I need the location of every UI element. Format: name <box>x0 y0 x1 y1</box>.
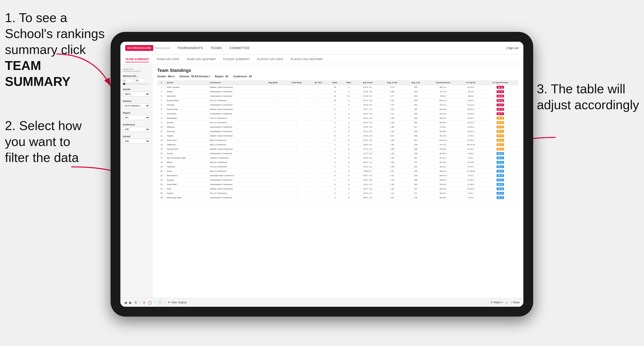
table-row: 10 Alabama Southeastern Conference - - -… <box>157 125 518 129</box>
cell-avg-low: 268 <box>405 129 427 134</box>
cell-rnds: 3 <box>328 173 342 178</box>
cell-school: North Carolina <box>166 85 209 90</box>
cell-rank: 16 <box>157 151 166 156</box>
table-row: 18 Illinois Big Ten Conference - - - 4 6… <box>157 160 518 165</box>
cell-conf-rank: - <box>284 107 309 112</box>
tab-player-h2h-grid[interactable]: PLAYER H2H GRID <box>257 56 283 62</box>
cell-avg-par: 1.30 <box>380 182 405 187</box>
cell-rank: 19 <box>157 165 166 169</box>
tab-team-h2h-heatmap[interactable]: TEAM H2H HEATMAP <box>186 56 216 62</box>
tab-player-summary[interactable]: PLAYER SUMMARY <box>223 56 250 62</box>
cell-rnds: 8 <box>328 134 342 138</box>
conference-label: Conference <box>123 123 150 126</box>
view-original-button[interactable]: 👁 View: Original <box>168 301 186 304</box>
cell-rank: 5 <box>157 103 166 107</box>
cell-overall: 109-24-2 <box>426 173 459 178</box>
tablet-screen: SCOREBOARD Powered by clippi TOURNAMENTS… <box>120 42 523 307</box>
cell-avg-par: 1.98 <box>380 121 405 125</box>
cell-conference: Big Ten Conference <box>209 160 262 165</box>
cell-adj-score: 276.9 -5.2 <box>356 143 380 147</box>
cell-conf-rank: - <box>284 195 309 200</box>
nav-teams[interactable]: TEAMS <box>210 45 222 51</box>
separator-2: | <box>154 300 155 305</box>
cell-rnds: 2 <box>328 138 342 143</box>
cell-no-tour: - <box>308 156 328 160</box>
cell-overall: 59-39-1 <box>426 178 459 182</box>
cell-no-tour: - <box>308 191 328 195</box>
conference-select[interactable]: (All) <box>123 127 150 132</box>
watch-button[interactable]: 👁 Watch ▾ <box>491 301 503 304</box>
min-rounds-slider[interactable] <box>123 84 150 85</box>
school-select[interactable]: (All) <box>123 139 150 144</box>
cell-adj-score: 279.5 -3.1 <box>356 191 380 195</box>
min-rounds-from[interactable] <box>123 78 134 83</box>
sign-out-button[interactable]: | Sign out <box>506 46 519 50</box>
division-select[interactable]: NCAA Division I <box>123 103 150 108</box>
filter-school: School (All) <box>123 135 150 144</box>
cell-avg-low: 269 <box>405 169 427 173</box>
share-button[interactable]: ↗ Share <box>510 301 520 304</box>
resize-icon[interactable]: ⤢ <box>505 301 508 305</box>
cell-adj-score: 277.9 -4.2 <box>356 147 380 151</box>
cell-conference: Southeastern Conference <box>209 90 262 94</box>
cell-wins: 6 <box>342 138 356 143</box>
cell-avg-par: 1.85 <box>380 138 405 143</box>
cell-avg-par: 2.88 <box>380 90 405 94</box>
table-row: 6 Florida State Atlantic Coast Conferenc… <box>157 107 518 112</box>
cell-rank: 23 <box>157 182 166 187</box>
cell-school: Arizona State <box>166 98 209 103</box>
cell-school: Florida State <box>166 107 209 112</box>
cell-vs25: 30-15-18 <box>460 143 482 147</box>
cell-school: Texas Tech <box>166 138 209 143</box>
cell-vs25: 15-32-0 <box>460 138 482 143</box>
table-row: 21 New Mexico Mountain West Conference -… <box>157 173 518 178</box>
region-select[interactable]: N/A <box>123 115 150 120</box>
cell-conference: Pac-12 Conference <box>209 165 262 169</box>
gender-select[interactable]: Men's <box>123 92 150 96</box>
col-vs50-points: Vs Top 50 Points <box>482 80 518 85</box>
cell-overall: 60-39-2 <box>426 195 459 200</box>
table-row: 23 Texas A&M Southeastern Conference - -… <box>157 182 518 187</box>
cell-school: Arkansas <box>166 129 209 134</box>
forward-icon[interactable]: ▶ <box>129 301 132 305</box>
tab-player-h2h-heatmap[interactable]: PLAYER H2H HEATMAP <box>291 56 323 62</box>
division-filter-display: Division: NCAA Division I <box>180 75 210 78</box>
cell-no-tour: - <box>308 107 328 112</box>
tab-team-h2h-grid[interactable]: TEAM H2H GRID <box>156 56 179 62</box>
nav-committee[interactable]: COMMITTEE <box>230 45 250 51</box>
cell-rnds: 2 <box>328 165 342 169</box>
update-time: Update time: 27/03/2024 16:56:26 <box>123 68 150 72</box>
cell-no-tour: - <box>308 143 328 147</box>
min-rounds-inputs <box>123 78 150 83</box>
cell-avg-low: 269 <box>405 182 427 187</box>
nav-tournaments[interactable]: TOURNAMENTS <box>177 45 203 51</box>
cell-points: 58.34 <box>482 138 518 143</box>
copy-icon[interactable]: ⎘ <box>143 301 145 305</box>
cell-avg-par: 1.85 <box>380 147 405 151</box>
cell-rnds: 3 <box>328 125 342 129</box>
cell-rank: 17 <box>157 156 166 160</box>
cell-wins: 6 <box>342 134 356 138</box>
cell-avg-low: 260 <box>405 165 427 169</box>
tab-team-summary[interactable]: TEAM SUMMARY <box>125 56 149 62</box>
main-content: Update time: 27/03/2024 16:56:26 Minimum… <box>120 64 523 298</box>
paste-icon[interactable]: 📋 <box>148 301 152 305</box>
cell-avg-par: 3.01 <box>380 134 405 138</box>
cell-wins: 8 <box>342 151 356 156</box>
cell-no-tour: - <box>308 178 328 182</box>
cell-avg-low: 209 <box>405 143 427 147</box>
min-rounds-to[interactable] <box>135 78 146 83</box>
back-icon[interactable]: ◀ <box>124 301 127 305</box>
cell-vs25: 11-28-1 <box>460 178 482 182</box>
cell-conf-rank: - <box>284 116 309 121</box>
table-header-row: # School Conference Reg Rank Conf Rank N… <box>157 80 518 85</box>
bottom-toolbar: ◀ ▶ ↻ | ⎘ 📋 | 🕐 | 👁 View: Original 👁 Wat… <box>120 298 523 307</box>
tablet-frame: SCOREBOARD Powered by clippi TOURNAMENTS… <box>110 32 533 317</box>
cell-conference: Big 12 Conference <box>209 143 262 147</box>
table-row: 15 Georgia Tech Atlantic Coast Conferenc… <box>157 147 518 151</box>
cell-rnds: 27 <box>328 90 342 94</box>
cell-rank: 9 <box>157 121 166 125</box>
clock-icon[interactable]: 🕐 <box>158 301 162 305</box>
instruction-3: 3. The table will adjust accordingly <box>537 81 639 113</box>
reload-icon[interactable]: ↻ <box>134 301 137 305</box>
